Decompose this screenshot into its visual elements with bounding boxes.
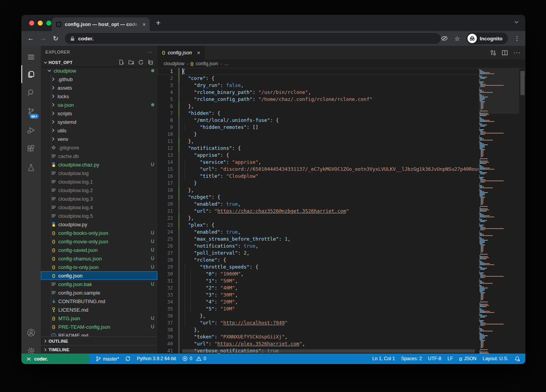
tree-item-config.json[interactable]: {}config.json — [41, 271, 157, 280]
tree-item-cloudplow.log.3[interactable]: cloudplow.log.3 — [41, 194, 157, 203]
code-line-20[interactable]: 20 "enabled": true, — [157, 201, 525, 208]
tree-item-cache.db[interactable]: cache.db — [41, 152, 157, 160]
remote-indicator[interactable]: coder. — [21, 354, 89, 364]
code-line-12[interactable]: 12 "notifications": { — [157, 145, 525, 152]
keyboard-layout-item[interactable]: Layout: U.S. — [480, 356, 511, 361]
code-line-11[interactable]: 11 }, — [157, 138, 525, 145]
tree-item-cloudplow.chaz.py[interactable]: cloudplow.chaz.pyU — [41, 160, 157, 169]
eol-item[interactable]: LF — [445, 356, 456, 361]
language-mode-item[interactable]: {} JSON — [456, 356, 480, 361]
tree-item-config.json.bak[interactable]: config.json.bakU — [41, 280, 157, 288]
code-line-1[interactable]: 1{ — [157, 68, 525, 75]
explorer-tab-icon[interactable] — [21, 65, 41, 83]
forward-button[interactable]: → — [37, 35, 49, 42]
code-line-26[interactable]: 26 "notifications": true, — [157, 243, 525, 250]
code-line-13[interactable]: 13 "apprise": { — [157, 152, 525, 159]
tree-item-utils[interactable]: utils — [41, 126, 157, 135]
tree-item-scripts[interactable]: scripts — [41, 109, 157, 118]
code-line-36[interactable]: 36 }, — [157, 312, 525, 319]
new-folder-icon[interactable] — [128, 59, 134, 65]
split-editor-icon[interactable] — [502, 50, 508, 56]
tree-item-cloudplow.log.2[interactable]: cloudplow.log.2 — [41, 186, 157, 194]
code-line-9[interactable]: 9 "hidden_remotes": [] — [157, 124, 525, 131]
tree-item-config-saved.json[interactable]: {}config-saved.jsonU — [41, 246, 157, 254]
code-line-25[interactable]: 25 "max_streams_before_throttle": 1, — [157, 236, 525, 243]
run-debug-icon[interactable] — [21, 121, 41, 139]
code-line-18[interactable]: 18 }, — [157, 187, 525, 194]
breadcrumb-folder[interactable]: cloudplow — [164, 61, 184, 66]
code-line-5[interactable]: 5 "rclone_config_path": "/home/chaz/.con… — [157, 96, 525, 103]
problems-item[interactable]: 0 0 — [179, 356, 209, 361]
code-line-35[interactable]: 35 "5": "10M" — [157, 305, 525, 312]
minimap-slider[interactable] — [479, 68, 519, 114]
tree-item-systemd[interactable]: systemd — [41, 118, 157, 126]
cursor-position-item[interactable]: Ln 1, Col 1 — [369, 356, 398, 361]
tree-item-.gitignore[interactable]: .gitignore — [41, 143, 157, 152]
code-line-34[interactable]: 34 "4": "20M", — [157, 298, 525, 305]
tree-item-config-shamus.json[interactable]: {}config-shamus.jsonU — [41, 254, 157, 263]
horizontal-scrollbar[interactable] — [182, 349, 475, 353]
account-icon[interactable] — [21, 324, 41, 342]
new-file-icon[interactable] — [119, 59, 124, 65]
code-line-24[interactable]: 24 "enabled": true, — [157, 229, 525, 236]
maximize-window-button[interactable] — [46, 21, 51, 26]
code-line-7[interactable]: 7 "hidden": { — [157, 110, 525, 117]
tree-item-config-movie-only.json[interactable]: {}config-movie-only.jsonU — [41, 237, 157, 246]
code-line-17[interactable]: 17 } — [157, 180, 525, 187]
tree-item-license.md[interactable]: LICENSE.md — [41, 305, 157, 314]
extensions-icon[interactable] — [21, 140, 41, 158]
editor-tab-close-icon[interactable]: × — [197, 50, 200, 56]
code-line-23[interactable]: 23 "plex": { — [157, 222, 525, 229]
tree-item-config-tv-only.json[interactable]: {}config-tv-only.jsonU — [41, 263, 157, 271]
tree-item-cloudplow.log.4[interactable]: cloudplow.log.4 — [41, 203, 157, 212]
code-line-31[interactable]: 31 "1": "50M", — [157, 278, 525, 284]
code-line-15[interactable]: 15 "url": "discord://650104445434331137/… — [157, 166, 525, 173]
address-bar[interactable]: coder. — [65, 33, 441, 44]
tree-item-config-books-only.json[interactable]: {}config-books-only.jsonU — [41, 229, 157, 237]
code-line-29[interactable]: 29 "throttle_speeds": { — [157, 264, 525, 271]
code-line-2[interactable]: 2 "core": { — [157, 75, 525, 82]
source-control-icon[interactable]: 9K+ — [21, 102, 41, 120]
code-line-14[interactable]: 14 "service": "apprise", — [157, 159, 525, 166]
tree-item-sa-json[interactable]: sa-json — [41, 101, 157, 109]
git-branch-item[interactable]: master* — [92, 356, 122, 362]
browser-tab[interactable]: config.json — host_opt — code × — [52, 17, 150, 31]
code-line-10[interactable]: 10 } — [157, 131, 525, 138]
editor-more-actions-icon[interactable]: ··· — [513, 49, 521, 56]
code-line-40[interactable]: 40 "url": "https://plex.3526harriet.com"… — [157, 340, 525, 347]
tree-item-contributing.md[interactable]: CONTRIBUTING.md — [41, 297, 157, 305]
code-line-4[interactable]: 4 "rclone_binary_path": "/usr/bin/rclone… — [157, 89, 525, 96]
indentation-item[interactable]: Spaces: 2 — [398, 356, 425, 361]
python-interpreter-item[interactable]: Python 3.9.2 64-bit — [134, 356, 179, 361]
reload-button[interactable]: ↻ — [49, 35, 62, 43]
tree-item-cloudplow.log[interactable]: cloudplow.log — [41, 169, 157, 177]
search-icon[interactable] — [21, 84, 41, 102]
editor-tab-config-json[interactable]: {} config.json × — [157, 46, 205, 59]
code-line-8[interactable]: 8 "/mnt/local/.unionfs-fuse": { — [157, 117, 525, 124]
eye-off-icon[interactable] — [441, 35, 448, 42]
tree-item-readme.md[interactable]: README.md — [41, 331, 157, 336]
tree-item-.github[interactable]: .github — [41, 75, 157, 83]
encoding-item[interactable]: UTF-8 — [425, 356, 445, 361]
close-window-button[interactable] — [29, 21, 34, 26]
breadcrumb-file[interactable]: config.json — [196, 61, 218, 66]
workspace-section-header[interactable]: HOST_OPT — [41, 58, 157, 67]
new-tab-button[interactable]: + — [156, 18, 160, 28]
sync-item[interactable] — [122, 356, 134, 361]
outline-section-header[interactable]: OUTLINE — [41, 336, 157, 345]
collapse-all-icon[interactable] — [148, 59, 154, 65]
code-line-27[interactable]: 27 "poll_interval": 2, — [157, 250, 525, 257]
refresh-icon[interactable] — [138, 59, 144, 65]
code-line-19[interactable]: 19 "nzbget": { — [157, 194, 525, 201]
code-line-6[interactable]: 6 }, — [157, 103, 525, 110]
code-line-22[interactable]: 22 }, — [157, 215, 525, 222]
tree-item-venv[interactable]: venv — [41, 135, 157, 143]
code-line-32[interactable]: 32 "2": "40M", — [157, 284, 525, 291]
notifications-bell-item[interactable] — [511, 356, 523, 362]
browser-menu-icon[interactable]: ⋮ — [514, 35, 520, 42]
code-line-38[interactable]: 38 }, — [157, 326, 525, 333]
breadcrumb-symbol[interactable]: … — [224, 61, 229, 66]
tab-close-icon[interactable]: × — [143, 21, 146, 28]
tree-item-cloudplow.log.5[interactable]: cloudplow.log.5 — [41, 212, 157, 220]
bookmark-star-icon[interactable]: ☆ — [454, 35, 460, 42]
